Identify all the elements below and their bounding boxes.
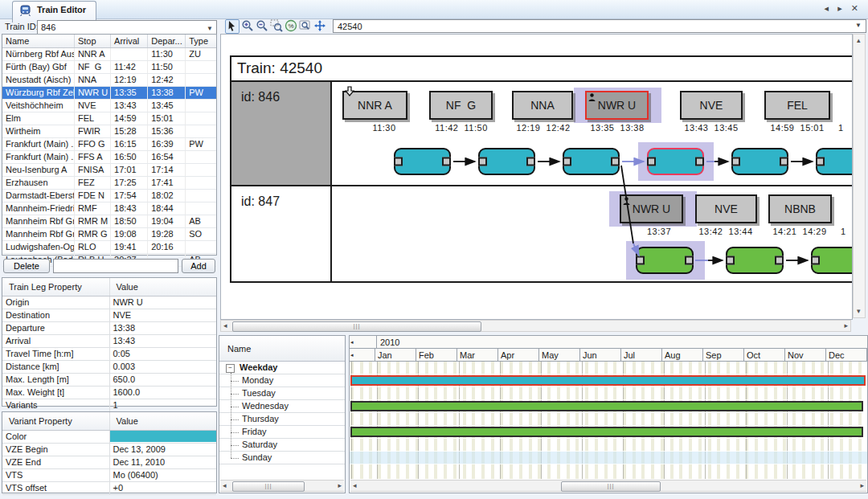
station-box-nna[interactable]: NNA [512, 91, 573, 120]
scroll-up-icon[interactable]: ▴ [857, 35, 861, 46]
scrollbar-thumb[interactable]: ||| [561, 481, 661, 492]
scroll-left-icon[interactable]: ◂ [223, 321, 227, 331]
tree-row-day[interactable]: Friday [219, 426, 345, 439]
tree-row-day[interactable]: Thursday [219, 413, 345, 426]
variant-property-value[interactable]: Mo (06400) [110, 469, 217, 481]
station-box-fel[interactable]: FEL [764, 91, 830, 120]
leg-property-value[interactable]: 1600.0 [110, 387, 217, 399]
leg-block[interactable] [731, 148, 788, 175]
leg-block-selected[interactable] [647, 148, 704, 175]
scrollbar-thumb[interactable]: ||| [232, 321, 481, 332]
tabs-scroll-right-icon[interactable]: ▸ [837, 3, 845, 13]
station-box-nwr-u-847[interactable]: NWR U [620, 194, 683, 223]
scroll-right-icon[interactable]: ▸ [338, 481, 342, 491]
stop-row[interactable]: Wirtheim FWIR 15:28 15:36 [2, 125, 216, 138]
variant-property-value[interactable]: Dec 11, 2010 [110, 456, 217, 468]
col-stop[interactable]: Stop [75, 35, 111, 47]
station-box-nf-g[interactable]: NF G [429, 91, 493, 120]
zoom-fit-button[interactable] [299, 19, 312, 32]
stop-row[interactable]: Ludwigshafen-Og... RLO 19:41 20:16 [2, 241, 216, 254]
stop-row[interactable]: Nürnberg Rbf Aus... NNR A 11:30 ZU [2, 48, 216, 61]
stop-row[interactable]: Darmstadt-Eberst... FDE N 17:54 18:02 [2, 190, 216, 202]
stop-row[interactable]: Fürth (Bay) Gbf NF G 11:42 11:50 [2, 61, 216, 74]
stop-row[interactable]: Frankfurt (Main) ... FFO G 16:15 16:39 P… [2, 138, 216, 151]
train-846-id-cell[interactable]: id: 846 [231, 82, 330, 185]
zoom-in-button[interactable] [241, 19, 254, 32]
zoom-percent-button[interactable]: % [285, 19, 297, 32]
tree-row-day[interactable]: Tuesday [219, 387, 345, 400]
right-port[interactable] [442, 157, 451, 166]
left-port[interactable] [731, 157, 740, 166]
tree-row-day[interactable]: Wednesday [219, 400, 345, 413]
stop-row[interactable]: Elm FEL 14:59 15:01 [2, 112, 216, 125]
stop-row[interactable]: Frankfurt (Main) ... FFS A 16:50 16:54 [2, 151, 216, 164]
gantt-bar[interactable] [350, 401, 863, 411]
leg-block[interactable] [816, 148, 853, 175]
diagram-vscrollbar[interactable]: ▴ ▾ [853, 34, 866, 318]
leg-property-value[interactable]: NVE [110, 309, 217, 321]
tree-hscrollbar[interactable]: ◂ ||| ▸ [220, 480, 344, 492]
leg-property-value[interactable]: 0:05 [110, 348, 217, 360]
right-port[interactable] [685, 256, 694, 265]
leg-property-value[interactable]: 0.003 [110, 361, 217, 373]
left-port[interactable] [394, 157, 403, 166]
dropdown-arrow-icon[interactable]: ▼ [855, 22, 862, 29]
zoom-selection-button[interactable] [270, 19, 283, 32]
left-port[interactable] [811, 256, 820, 265]
tree-row-weekday[interactable]: −Weekday [219, 362, 345, 374]
select-tool-button[interactable] [225, 19, 240, 34]
tree-row-day[interactable]: Sunday [219, 452, 345, 464]
scroll-down-icon[interactable]: ▾ [857, 306, 861, 317]
right-port[interactable] [695, 157, 704, 166]
stop-row[interactable]: Neu-Isenburg A FNISA 17:01 17:14 [2, 164, 216, 177]
stop-row[interactable]: Veitshöchheim NVE 13:43 13:45 [2, 100, 216, 112]
scroll-left-icon[interactable]: ◂ [223, 481, 227, 491]
pan-button[interactable] [313, 19, 326, 32]
train-847-id-cell[interactable]: id: 847 [231, 186, 330, 283]
gantt-bar[interactable] [350, 375, 866, 386]
delete-button[interactable]: Delete [3, 259, 50, 273]
col-arrival[interactable]: Arrival [111, 35, 148, 47]
pane-nav-left-icon[interactable]: ◂ [350, 352, 354, 358]
gantt-bar[interactable] [350, 427, 863, 437]
leg-property-value[interactable]: 13:38 [110, 322, 217, 334]
right-port[interactable] [526, 157, 535, 166]
leg-block[interactable] [478, 148, 535, 175]
tab-close-icon[interactable]: ✕ [851, 3, 862, 13]
timeline-hscrollbar[interactable]: ◂ ||| ▸ [350, 480, 866, 492]
left-port[interactable] [647, 157, 656, 166]
stop-row[interactable]: Mannheim-Friedri... RMF 18:43 18:44 [2, 202, 216, 215]
leg-property-value[interactable]: 13:43 [110, 335, 217, 347]
train-number-combobox[interactable]: 42540 ▼ [333, 19, 866, 33]
stop-row[interactable]: Würzburg Rbf Zell NWR U 13:35 13:38 PW [2, 87, 216, 100]
leg-block[interactable] [563, 148, 620, 175]
leg-block[interactable] [394, 148, 451, 175]
station-box-nve-847[interactable]: NVE [695, 194, 757, 223]
variant-color-swatch[interactable] [110, 431, 217, 442]
left-port[interactable] [726, 256, 735, 265]
scroll-right-icon[interactable]: ▸ [860, 481, 864, 491]
leg-property-value[interactable]: 1 [110, 399, 217, 411]
col-type[interactable]: Type [186, 35, 216, 47]
station-box-nnr-a[interactable]: NNR A [342, 91, 407, 120]
gantt-name-header[interactable]: Name [219, 336, 345, 362]
station-box-nwr-u-selected[interactable]: NWR U [585, 91, 649, 120]
station-box-nve[interactable]: NVE [680, 91, 743, 120]
zoom-out-button[interactable] [256, 19, 268, 32]
col-name[interactable]: Name [2, 35, 75, 47]
left-port[interactable] [816, 157, 825, 166]
tabs-scroll-left-icon[interactable]: ◂ [825, 3, 833, 13]
leg-block-highlighted[interactable] [636, 247, 694, 274]
left-port[interactable] [563, 157, 571, 166]
tree-row-day[interactable]: Saturday [219, 439, 345, 452]
variant-property-value[interactable]: +0 [110, 482, 217, 494]
stop-row[interactable]: Mannheim Rbf Gr G RMR G 19:08 19:28 SO [2, 228, 216, 241]
right-port[interactable] [780, 157, 788, 166]
gantt-grid[interactable] [350, 362, 867, 479]
stop-row[interactable]: Mannheim Rbf Gr M RMR M 18:50 19:04 AB [2, 215, 216, 228]
right-port[interactable] [775, 256, 784, 265]
left-port[interactable] [636, 256, 645, 265]
add-stop-input[interactable] [53, 259, 178, 273]
train-diagram-canvas[interactable]: Train: 42540 id: 846 id: 847 NNR A NF G … [220, 34, 853, 320]
leg-block[interactable] [726, 247, 784, 274]
